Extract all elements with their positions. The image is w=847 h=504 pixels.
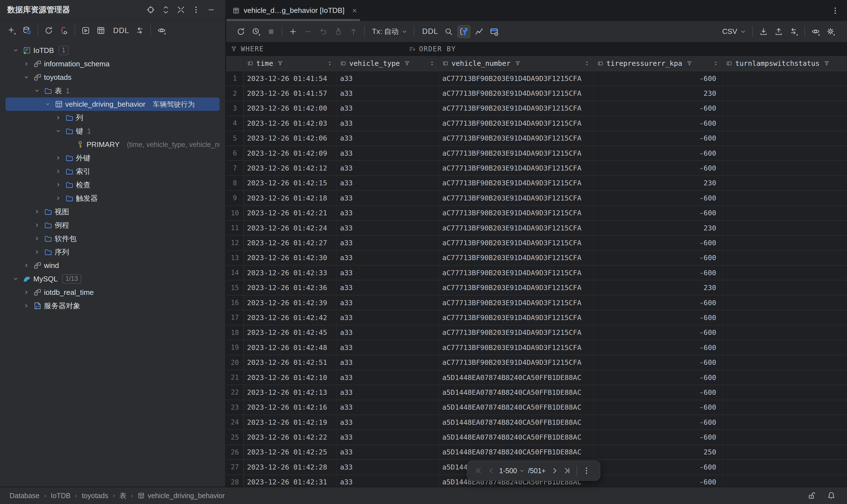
tree-item-columns[interactable]: 列 — [5, 111, 219, 124]
cell-tirepressurerr-kpa[interactable]: -600 — [594, 400, 723, 415]
tree-item-wind[interactable]: wind — [5, 259, 219, 272]
ddl-button[interactable]: DDL — [109, 26, 133, 35]
row-number[interactable]: 21 — [226, 370, 244, 385]
cell-vehicle-number[interactable]: aC77713BF90B203E91D4DA9D3F1215CFA — [439, 191, 594, 205]
filter-funnel-icon[interactable] — [514, 60, 521, 67]
sort-arrows-icon[interactable] — [584, 60, 590, 67]
row-number[interactable]: 3 — [226, 101, 244, 116]
row-number[interactable]: 20 — [226, 355, 244, 370]
tree-item-sequences[interactable]: 序列 — [5, 245, 219, 259]
last-page-button[interactable] — [561, 465, 573, 477]
sort-arrows-icon[interactable] — [712, 60, 719, 67]
cell-turnlampswitchstatus[interactable] — [723, 101, 847, 116]
cell-tirepressurerr-kpa[interactable]: -600 — [594, 430, 723, 445]
cell-tirepressurerr-kpa[interactable]: -600 — [594, 206, 723, 221]
cell-tirepressurerr-kpa[interactable]: 230 — [594, 86, 723, 101]
cell-turnlampswitchstatus[interactable] — [723, 430, 847, 445]
settings-button[interactable] — [824, 25, 837, 38]
cell-vehicle-number[interactable]: aC77713BF90B203E91D4DA9D3F1215CFA — [439, 295, 594, 310]
cell-vehicle-number[interactable]: a5D1448EA07874B8240CA50FFB1DE88AC — [439, 400, 594, 415]
cell-time[interactable]: 2023-12-26 01:42:22 — [244, 430, 337, 445]
refresh-button[interactable] — [42, 24, 55, 37]
tree-item-routines[interactable]: 例程 — [5, 218, 219, 232]
collapse-all-button[interactable] — [175, 4, 187, 15]
cell-time[interactable]: 2023-12-26 01:42:09 — [244, 146, 337, 161]
cell-time[interactable]: 2023-12-26 01:42:45 — [244, 325, 337, 340]
cell-time[interactable]: 2023-12-26 01:42:19 — [244, 415, 337, 430]
row-number[interactable]: 14 — [226, 266, 244, 280]
cell-time[interactable]: 2023-12-26 01:42:39 — [244, 295, 337, 310]
reload-data-button[interactable] — [234, 25, 248, 38]
ddl-button[interactable]: DDL — [418, 27, 442, 36]
tree-item-views[interactable]: 视图 — [5, 205, 219, 218]
cell-vehicle-type[interactable]: a33 — [337, 116, 439, 131]
cell-turnlampswitchstatus[interactable] — [723, 235, 847, 250]
row-number[interactable]: 22 — [226, 385, 244, 400]
cell-tirepressurerr-kpa[interactable]: -600 — [594, 251, 723, 266]
row-number[interactable]: 2 — [226, 86, 244, 101]
next-page-button[interactable] — [548, 465, 561, 477]
cell-time[interactable]: 2023-12-26 01:42:24 — [244, 221, 337, 235]
tree-item-indexes[interactable]: 索引 — [5, 165, 219, 178]
row-number[interactable]: 25 — [226, 430, 244, 445]
row-number[interactable]: 16 — [226, 295, 244, 310]
cell-vehicle-type[interactable]: a33 — [337, 86, 439, 101]
pagination-options-button[interactable] — [580, 465, 593, 477]
cell-vehicle-number[interactable]: aC77713BF90B203E91D4DA9D3F1215CFA — [439, 131, 594, 146]
chevron-down-icon[interactable] — [11, 275, 21, 283]
chevron-right-icon[interactable] — [32, 235, 42, 242]
grid-settings-button[interactable] — [487, 25, 501, 38]
cell-tirepressurerr-kpa[interactable]: -600 — [594, 310, 723, 325]
tree-item-tables[interactable]: 表1 — [5, 84, 219, 97]
cell-tirepressurerr-kpa[interactable]: -600 — [594, 101, 723, 116]
cell-turnlampswitchstatus[interactable] — [723, 71, 847, 86]
cell-turnlampswitchstatus[interactable] — [723, 400, 847, 415]
cell-vehicle-number[interactable]: a5D1448EA07874B8240CA50FFB1DE88AC — [439, 385, 594, 400]
view-options-button[interactable] — [155, 24, 168, 37]
column-header-turnlampswitchstatus[interactable]: turnlampswitchstatus — [723, 56, 847, 71]
export-format-dropdown[interactable]: CSV — [719, 27, 750, 36]
cell-vehicle-type[interactable]: a33 — [337, 385, 439, 400]
cell-turnlampswitchstatus[interactable] — [723, 206, 847, 221]
cell-turnlampswitchstatus[interactable] — [723, 146, 847, 161]
row-number[interactable]: 4 — [226, 116, 244, 131]
chevron-right-icon[interactable] — [53, 181, 64, 188]
cell-vehicle-number[interactable]: aC77713BF90B203E91D4DA9D3F1215CFA — [439, 116, 594, 131]
cell-turnlampswitchstatus[interactable] — [723, 340, 847, 355]
chevron-right-icon[interactable] — [32, 221, 42, 229]
cell-vehicle-number[interactable]: aC77713BF90B203E91D4DA9D3F1215CFA — [439, 71, 594, 86]
cell-vehicle-number[interactable]: aC77713BF90B203E91D4DA9D3F1215CFA — [439, 221, 594, 235]
tree-item-mysql[interactable]: MySQL1/13 — [5, 272, 219, 286]
tree-item-foreign-keys[interactable]: 外键 — [5, 151, 219, 165]
breadcrumb-item[interactable]: Database — [10, 492, 39, 500]
cell-vehicle-type[interactable]: a33 — [337, 445, 439, 460]
close-icon[interactable] — [351, 7, 358, 14]
row-number[interactable]: 5 — [226, 131, 244, 146]
auto-refresh-button[interactable] — [249, 25, 263, 38]
cell-turnlampswitchstatus[interactable] — [723, 370, 847, 385]
cell-tirepressurerr-kpa[interactable]: -600 — [594, 475, 723, 487]
cell-tirepressurerr-kpa[interactable]: -600 — [594, 266, 723, 280]
cell-vehicle-type[interactable]: a33 — [337, 340, 439, 355]
commit-button[interactable] — [332, 25, 345, 38]
open-table-button[interactable] — [94, 24, 108, 37]
chevron-right-icon[interactable] — [32, 248, 42, 256]
row-number[interactable]: 10 — [226, 206, 244, 221]
cell-tirepressurerr-kpa[interactable]: -600 — [594, 325, 723, 340]
tree-item-primary-key[interactable]: PRIMARY(time, vehicle_type, vehicle_numb — [5, 138, 219, 151]
cell-turnlampswitchstatus[interactable] — [723, 116, 847, 131]
row-number[interactable]: 26 — [226, 445, 244, 460]
locate-selection-button[interactable] — [145, 4, 156, 15]
chevron-right-icon[interactable] — [21, 262, 32, 269]
cell-tirepressurerr-kpa[interactable]: -600 — [594, 295, 723, 310]
breadcrumb-item[interactable]: IoTDB — [51, 492, 71, 500]
chevron-right-icon[interactable] — [53, 154, 64, 162]
cell-time[interactable]: 2023-12-26 01:42:30 — [244, 251, 337, 266]
tree-item-iotdb-real-time[interactable]: iotdb_real_time — [5, 286, 219, 299]
cell-vehicle-number[interactable]: aC77713BF90B203E91D4DA9D3F1215CFA — [439, 310, 594, 325]
chevron-right-icon[interactable] — [32, 208, 42, 215]
cell-time[interactable]: 2023-12-26 01:41:57 — [244, 86, 337, 101]
chevron-right-icon[interactable] — [53, 168, 64, 175]
cell-turnlampswitchstatus[interactable] — [723, 445, 847, 460]
row-number[interactable]: 18 — [226, 325, 244, 340]
